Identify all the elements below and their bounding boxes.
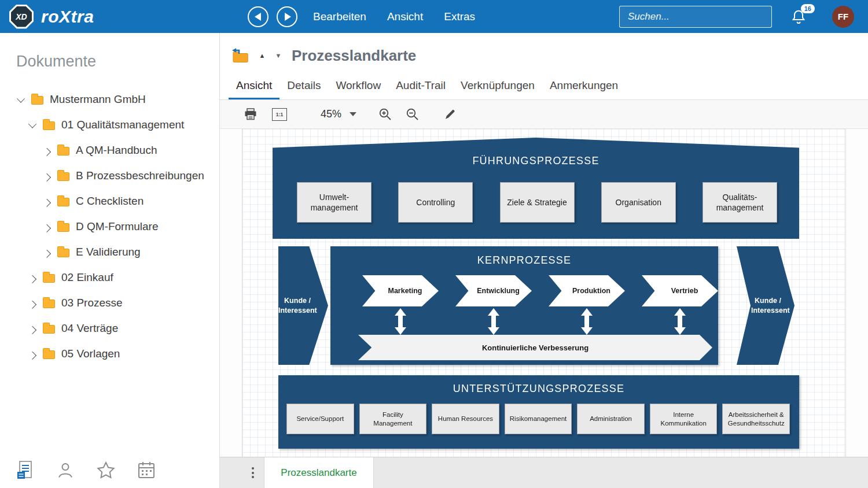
zoom-level-value: 45% (321, 108, 341, 120)
tree-item-a-qm-handbuch[interactable]: A QM-Handbuch (0, 138, 219, 163)
tab-ansicht[interactable]: Ansicht (229, 73, 279, 99)
tab-anmerkungen[interactable]: Anmerkungen (542, 73, 626, 99)
process-arrow-entwicklung[interactable]: Entwicklung (455, 275, 532, 306)
folder-icon (57, 223, 69, 232)
chevron-right-icon[interactable] (42, 247, 52, 257)
process-box-qualitaetsmanagement[interactable]: Qualitäts- management (703, 182, 777, 223)
forward-arrow-icon (285, 13, 291, 21)
sidebar-title: Dokumente (0, 33, 219, 71)
favorites-nav-button[interactable] (86, 461, 126, 479)
customer-input-shape[interactable]: Kunde / Interessent (278, 246, 328, 365)
management-processes-band: FÜHRUNGSPROZESSE Umwelt- management Cont… (273, 138, 799, 239)
chevron-down-icon[interactable] (16, 95, 25, 104)
chevron-right-icon[interactable] (28, 273, 37, 282)
process-box-umweltmanagement[interactable]: Umwelt- management (297, 182, 372, 223)
process-box-interne-kommunikation[interactable]: Interne Kommunikation (650, 404, 718, 434)
sheet-tab-prozesslandkarte[interactable]: Prozesslandkarte (264, 457, 374, 488)
process-arrow-marketing[interactable]: Marketing (362, 275, 439, 306)
customer-output-label: Kunde / Interessent (746, 296, 785, 316)
process-box-ziele-strategie[interactable]: Ziele & Strategie (500, 182, 575, 223)
notifications-button[interactable]: 16 (790, 9, 807, 25)
tree-item-02-einkauf[interactable]: 02 Einkauf (0, 265, 219, 290)
sidebar-footer (0, 452, 219, 488)
tree-item-05-vorlagen[interactable]: 05 Vorlagen (0, 341, 219, 367)
support-processes-band: UNTERSTÜTZUNGSPROZESSE Service/Support F… (278, 375, 799, 449)
process-box-organisation[interactable]: Organisation (601, 182, 676, 223)
process-arrow-vertrieb[interactable]: Vertrieb (642, 275, 718, 306)
edit-button[interactable] (441, 106, 458, 123)
chevron-right-icon[interactable] (42, 171, 52, 180)
one-to-one-icon: 1:1 (272, 108, 287, 121)
calendar-nav-button[interactable] (126, 461, 167, 479)
menu-ansicht[interactable]: Ansicht (387, 10, 423, 23)
more-options-icon[interactable] (242, 457, 264, 488)
notification-badge: 16 (801, 4, 815, 13)
zoom-out-button[interactable] (403, 105, 421, 123)
tab-workflow[interactable]: Workflow (328, 73, 388, 99)
tree-item-label: E Validierung (76, 246, 141, 258)
back-button[interactable] (248, 6, 269, 27)
top-menu: Bearbeiten Ansicht Extras (313, 10, 475, 23)
management-processes-title: FÜHRUNGSPROZESSE (273, 138, 799, 167)
canvas-area: FÜHRUNGSPROZESSE Umwelt- management Cont… (220, 129, 868, 457)
search-input[interactable] (619, 6, 772, 28)
menu-extras[interactable]: Extras (444, 10, 475, 23)
tab-details[interactable]: Details (279, 73, 328, 99)
users-nav-button[interactable] (45, 461, 86, 479)
process-box-human-resources[interactable]: Human Resources (432, 404, 499, 434)
zoom-in-button[interactable] (376, 105, 394, 123)
menu-bearbeiten[interactable]: Bearbeiten (313, 10, 366, 23)
next-document-button[interactable]: ▼ (273, 52, 284, 59)
core-process-arrows: Marketing Entwicklung Produktion Vertrie… (362, 275, 718, 306)
process-arrow-produktion[interactable]: Produktion (549, 275, 625, 306)
tree-item-04-vertraege[interactable]: 04 Verträge (0, 316, 219, 341)
tree-item-label: 04 Verträge (61, 322, 118, 335)
process-box-facility-management[interactable]: Facility Management (359, 404, 427, 434)
document-canvas[interactable]: FÜHRUNGSPROZESSE Umwelt- management Cont… (242, 129, 846, 457)
tree-item-b-prozessbeschreibungen[interactable]: B Prozessbeschreibungen (0, 163, 219, 188)
process-box-controlling[interactable]: Controlling (398, 182, 473, 223)
tab-audit-trail[interactable]: Audit-Trail (388, 73, 453, 99)
process-box-administration[interactable]: Administration (577, 404, 645, 434)
tree-item-label: C Checklisten (76, 195, 144, 208)
tab-verknuepfungen[interactable]: Verknüpfungen (453, 73, 542, 99)
topbar: XD roXtra Bearbeiten Ansicht Extras 16 F… (0, 0, 868, 33)
previous-document-button[interactable]: ▲ (257, 52, 267, 59)
process-box-arbeitssicherheit[interactable]: Arbeitssicherheit & Gesundheitsschutz (722, 404, 790, 434)
tree-item-c-checklisten[interactable]: C Checklisten (0, 188, 219, 214)
tree-item-label: 02 Einkauf (61, 271, 113, 284)
actual-size-button[interactable]: 1:1 (270, 106, 289, 123)
updown-arrow-icon (674, 308, 686, 335)
customer-output-shape[interactable]: Kunde / Interessent (737, 246, 795, 365)
process-box-risikomanagement[interactable]: Risikomanagement (505, 404, 572, 434)
tree-item-01-qualitaetsmanagement[interactable]: 01 Qualitätsmanagement (0, 112, 219, 138)
chevron-right-icon[interactable] (28, 324, 37, 333)
tree-item-mustermann-gmbh[interactable]: Mustermann GmbH (0, 87, 219, 112)
support-boxes: Service/Support Facility Management Huma… (286, 404, 790, 434)
chevron-right-icon[interactable] (42, 197, 52, 206)
print-button[interactable] (242, 106, 259, 123)
folder-icon (43, 274, 55, 283)
chevron-right-icon[interactable] (28, 298, 37, 308)
process-box-service-support[interactable]: Service/Support (286, 404, 354, 434)
document-tabs: Ansicht Details Workflow Audit-Trail Ver… (220, 73, 868, 100)
tree-item-e-validierung[interactable]: E Validierung (0, 239, 219, 265)
chevron-right-icon[interactable] (42, 146, 52, 155)
continuous-improvement-banner[interactable]: Kontinuierliche Verbesserung (358, 335, 712, 360)
tree-item-label: A QM-Handbuch (76, 144, 157, 157)
printer-icon (244, 108, 257, 120)
document-header: ▲ ▼ Prozesslandkarte (220, 33, 868, 73)
calendar-icon (137, 461, 156, 479)
parent-folder-icon[interactable] (231, 48, 249, 63)
tree-item-d-qm-formulare[interactable]: D QM-Formulare (0, 214, 219, 239)
documents-nav-button[interactable] (5, 460, 45, 480)
chevron-right-icon[interactable] (42, 222, 52, 231)
forward-button[interactable] (277, 6, 297, 27)
avatar[interactable]: FF (832, 6, 854, 28)
tree-item-label: B Prozessbeschreibungen (76, 169, 204, 182)
tree-item-03-prozesse[interactable]: 03 Prozesse (0, 290, 219, 316)
chevron-down-icon[interactable] (28, 120, 37, 130)
app-logo[interactable]: XD roXtra (0, 5, 220, 29)
zoom-select[interactable]: 45% (321, 108, 356, 120)
chevron-right-icon[interactable] (28, 349, 37, 358)
